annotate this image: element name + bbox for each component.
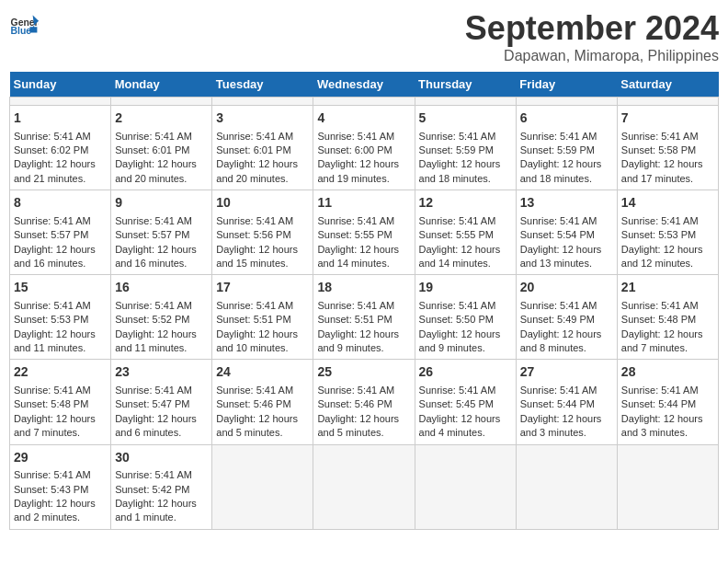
sunrise-label: Sunrise: 5:41 AM [317,131,394,142]
sunrise-label: Sunrise: 5:41 AM [115,131,192,142]
sunset-label: Sunset: 5:55 PM [317,229,392,240]
daylight-label: Daylight: 12 hours and 20 minutes. [115,158,197,183]
sunrise-label: Sunrise: 5:41 AM [520,385,597,396]
daylight-label: Daylight: 12 hours and 15 minutes. [216,244,298,269]
daylight-label: Daylight: 12 hours and 13 minutes. [520,244,602,269]
daylight-label: Daylight: 12 hours and 11 minutes. [115,328,197,353]
sunset-label: Sunset: 6:02 PM [14,144,88,155]
sunset-label: Sunset: 5:46 PM [317,398,392,409]
table-row: 3 Sunrise: 5:41 AM Sunset: 6:01 PM Dayli… [212,106,313,190]
sunset-label: Sunset: 5:54 PM [520,229,595,240]
sunrise-label: Sunrise: 5:41 AM [115,385,192,396]
sunrise-label: Sunrise: 5:41 AM [14,300,91,311]
day-number: 20 [520,279,613,297]
day-number: 12 [419,194,512,213]
daylight-label: Daylight: 12 hours and 3 minutes. [520,413,602,438]
sunset-label: Sunset: 5:48 PM [14,398,88,409]
daylight-label: Daylight: 12 hours and 1 minute. [115,498,197,523]
sunset-label: Sunset: 6:00 PM [317,144,392,155]
sunrise-label: Sunrise: 5:41 AM [621,215,699,226]
day-number: 7 [621,109,714,128]
col-wednesday: Wednesday [313,72,415,98]
sunrise-label: Sunrise: 5:41 AM [317,385,394,396]
table-row [516,98,617,106]
daylight-label: Daylight: 12 hours and 9 minutes. [419,328,501,353]
table-row: 14 Sunrise: 5:41 AM Sunset: 5:53 PM Dayl… [617,190,718,275]
day-number: 26 [419,363,512,382]
day-number: 17 [216,279,309,297]
calendar-row: 8 Sunrise: 5:41 AM Sunset: 5:57 PM Dayli… [10,190,719,275]
daylight-label: Daylight: 12 hours and 14 minutes. [419,244,501,269]
sunset-label: Sunset: 5:52 PM [115,314,189,325]
daylight-label: Daylight: 12 hours and 7 minutes. [621,328,703,353]
day-number: 28 [621,363,714,382]
sunset-label: Sunset: 5:51 PM [216,314,290,325]
daylight-label: Daylight: 12 hours and 20 minutes. [216,158,298,183]
sunrise-label: Sunrise: 5:41 AM [115,469,192,480]
sunrise-label: Sunrise: 5:41 AM [317,300,394,311]
table-row: 27 Sunrise: 5:41 AM Sunset: 5:44 PM Dayl… [516,360,617,444]
day-number: 5 [419,109,512,128]
sunset-label: Sunset: 5:56 PM [216,229,290,240]
day-number: 27 [520,363,613,382]
table-row: 7 Sunrise: 5:41 AM Sunset: 5:58 PM Dayli… [617,106,718,190]
day-number: 25 [317,363,410,382]
sunrise-label: Sunrise: 5:41 AM [216,300,293,311]
daylight-label: Daylight: 12 hours and 5 minutes. [216,413,298,438]
daylight-label: Daylight: 12 hours and 11 minutes. [14,328,96,353]
day-number: 6 [520,109,613,128]
day-number: 18 [317,279,410,297]
table-row [212,444,313,529]
daylight-label: Daylight: 12 hours and 5 minutes. [317,413,399,438]
daylight-label: Daylight: 12 hours and 10 minutes. [216,328,298,353]
sunset-label: Sunset: 5:59 PM [520,144,595,155]
sunrise-label: Sunrise: 5:41 AM [216,385,293,396]
day-number: 3 [216,109,309,128]
sunset-label: Sunset: 5:48 PM [621,314,696,325]
table-row: 8 Sunrise: 5:41 AM Sunset: 5:57 PM Dayli… [10,190,111,275]
sunrise-label: Sunrise: 5:41 AM [115,215,192,226]
table-row: 12 Sunrise: 5:41 AM Sunset: 5:55 PM Dayl… [415,190,516,275]
table-row: 20 Sunrise: 5:41 AM Sunset: 5:49 PM Dayl… [516,275,617,360]
sunrise-label: Sunrise: 5:41 AM [14,131,91,142]
day-number: 4 [317,109,410,128]
table-row: 18 Sunrise: 5:41 AM Sunset: 5:51 PM Dayl… [313,275,415,360]
daylight-label: Daylight: 12 hours and 17 minutes. [621,158,703,183]
calendar-row: 29 Sunrise: 5:41 AM Sunset: 5:43 PM Dayl… [10,444,719,529]
sunrise-label: Sunrise: 5:41 AM [14,469,91,480]
sunset-label: Sunset: 5:45 PM [419,398,494,409]
table-row: 16 Sunrise: 5:41 AM Sunset: 5:52 PM Dayl… [111,275,212,360]
table-row [516,444,617,529]
sunset-label: Sunset: 5:55 PM [419,229,494,240]
logo-icon: General Blue [9,9,39,39]
calendar-row: 22 Sunrise: 5:41 AM Sunset: 5:48 PM Dayl… [10,360,719,444]
col-monday: Monday [111,72,212,98]
sunset-label: Sunset: 5:44 PM [520,398,595,409]
sunset-label: Sunset: 6:01 PM [216,144,290,155]
calendar-row: 15 Sunrise: 5:41 AM Sunset: 5:53 PM Dayl… [10,275,719,360]
day-number: 24 [216,363,309,382]
page-header: General Blue September 2024 Dapawan, Mim… [9,9,719,64]
daylight-label: Daylight: 12 hours and 12 minutes. [621,244,703,269]
table-row [10,98,111,106]
table-row: 9 Sunrise: 5:41 AM Sunset: 5:57 PM Dayli… [111,190,212,275]
day-number: 1 [14,109,107,128]
table-row: 22 Sunrise: 5:41 AM Sunset: 5:48 PM Dayl… [10,360,111,444]
daylight-label: Daylight: 12 hours and 16 minutes. [115,244,197,269]
sunrise-label: Sunrise: 5:41 AM [621,131,699,142]
table-row: 2 Sunrise: 5:41 AM Sunset: 6:01 PM Dayli… [111,106,212,190]
day-number: 19 [419,279,512,297]
sunset-label: Sunset: 5:49 PM [520,314,595,325]
day-number: 16 [115,279,208,297]
sunrise-label: Sunrise: 5:41 AM [520,300,597,311]
daylight-label: Daylight: 12 hours and 16 minutes. [14,244,96,269]
table-row [313,444,415,529]
col-thursday: Thursday [415,72,516,98]
sunrise-label: Sunrise: 5:41 AM [419,300,496,311]
sunset-label: Sunset: 5:58 PM [621,144,696,155]
month-title: September 2024 [465,9,719,48]
col-sunday: Sunday [10,72,111,98]
day-number: 14 [621,194,714,213]
daylight-label: Daylight: 12 hours and 18 minutes. [419,158,501,183]
day-number: 15 [14,279,107,297]
